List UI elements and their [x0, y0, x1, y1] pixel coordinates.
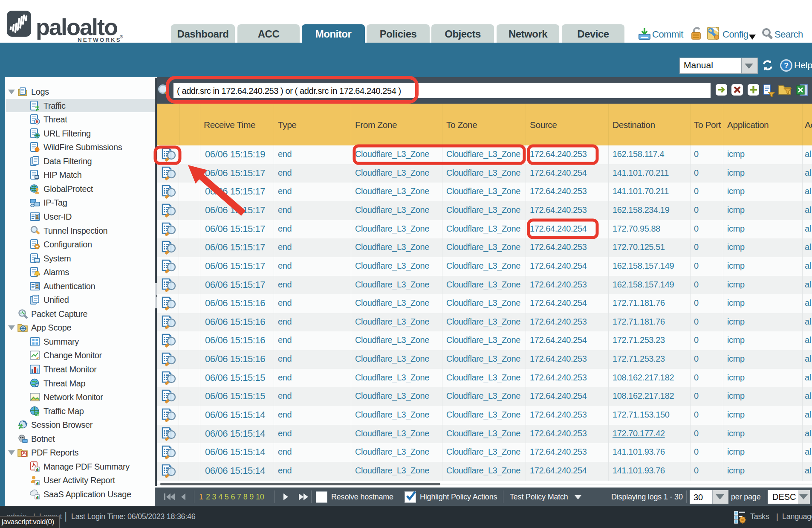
svg-text:®: ® — [120, 35, 123, 39]
svg-text:paloalto: paloalto — [36, 14, 117, 40]
svg-text:?: ? — [784, 61, 789, 70]
svg-text:NETWORKS: NETWORKS — [78, 37, 121, 43]
